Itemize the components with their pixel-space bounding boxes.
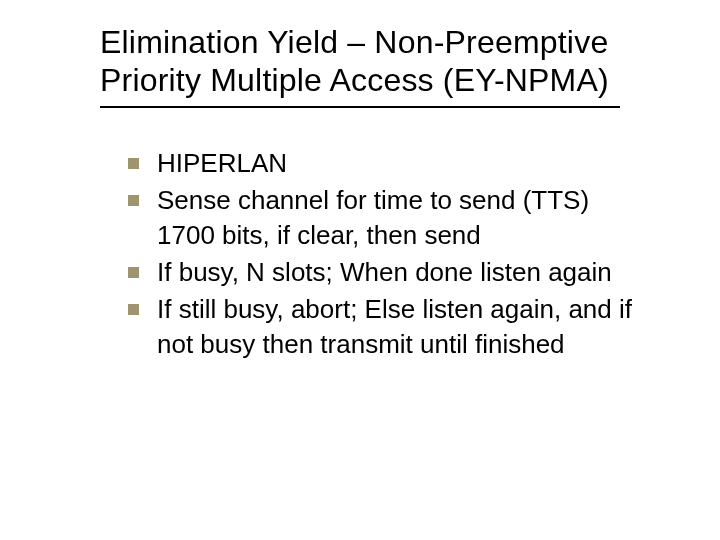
square-bullet-icon xyxy=(128,304,139,315)
list-item-text: If busy, N slots; When done listen again xyxy=(157,255,648,290)
square-bullet-icon xyxy=(128,267,139,278)
list-item: If busy, N slots; When done listen again xyxy=(128,255,648,290)
slide-title: Elimination Yield – Non-Preemptive Prior… xyxy=(100,24,660,100)
square-bullet-icon xyxy=(128,195,139,206)
list-item-text: If still busy, abort; Else listen again,… xyxy=(157,292,648,362)
slide-body: HIPERLAN Sense channel for time to send … xyxy=(128,146,648,365)
list-item: If still busy, abort; Else listen again,… xyxy=(128,292,648,362)
list-item: Sense channel for time to send (TTS) 170… xyxy=(128,183,648,253)
list-item-text: HIPERLAN xyxy=(157,146,648,181)
square-bullet-icon xyxy=(128,158,139,169)
list-item: HIPERLAN xyxy=(128,146,648,181)
title-underline xyxy=(100,106,620,108)
slide: Elimination Yield – Non-Preemptive Prior… xyxy=(0,0,720,540)
list-item-text: Sense channel for time to send (TTS) 170… xyxy=(157,183,648,253)
